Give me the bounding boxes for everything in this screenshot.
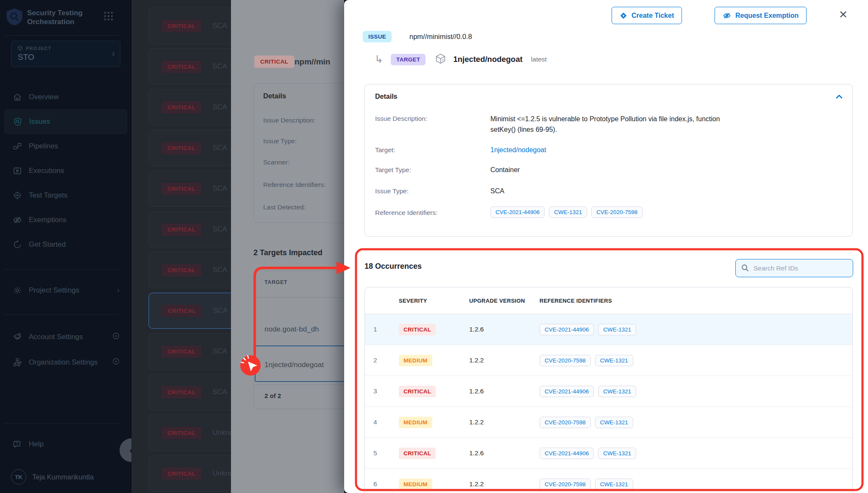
sidebar-header: Security Testing Orchestration [0,7,131,32]
row-number: 6 [373,480,399,488]
issue-badge: ISSUE [363,31,392,42]
issue-row-card: CRITICAL SCA [148,48,231,85]
field-label: Issue Description: [375,115,427,123]
field-label: Issue Description: [263,117,315,124]
module-grid-icon[interactable] [103,11,114,21]
issue-list-row[interactable]: CRITICAL SCA [131,168,231,209]
reference-id-chip[interactable]: CVE-2021-44906 [540,386,594,397]
reference-id-chip[interactable]: CVE-2021-44906 [490,206,545,218]
sidebar-item-executions[interactable]: Executions [0,159,131,183]
issue-list-row[interactable]: CRITICAL Unknown [131,412,231,453]
app-title: Security Testing Orchestration [27,8,95,27]
sidebar-item-overview[interactable]: Overview [0,85,131,109]
reference-id-chip[interactable]: CWE-1321 [549,206,587,218]
sidebar-item-label: Executions [29,167,64,175]
target-name: 1njected/nodegoat [453,55,522,64]
reference-id-chip[interactable]: CVE-2021-44906 [540,448,594,459]
occurrence-row[interactable]: 6 MEDIUM 1.2.2 CVE-2020-7598CWE-1321 [365,469,852,493]
upgrade-version-value: 1.2.2 [469,418,540,426]
issue-type-label: SCA [212,184,227,193]
issue-list-row[interactable]: CRITICAL SCA [131,87,231,128]
target-row[interactable]: 1njected/nodegoat [264,361,324,369]
reference-id-chip[interactable]: CWE-1321 [598,448,636,459]
issue-list-row[interactable]: CRITICAL SCA [131,128,231,168]
issue-list-row[interactable]: CRITICAL Unknown [131,453,231,493]
issue-type-label: SCA [212,22,227,30]
org-hierarchy-icon [13,358,22,367]
issue-list-row[interactable]: CRITICAL SCA [131,250,231,290]
issue-type-label: SCA [212,62,227,71]
target-row[interactable]: node.goat-bd_dh [264,325,319,334]
gear-icon [13,286,22,295]
project-selector[interactable]: PROJECT STO › [11,41,120,67]
issue-row-card: CRITICAL SCA [148,333,231,370]
sidebar-item-account-settings[interactable]: Account Settings [0,325,131,349]
issue-list-row[interactable]: CRITICAL SCA [131,209,231,250]
get-started-icon [13,240,22,249]
issues-list-panel: CRITICAL SCA CRITICAL SCA CRITICAL SCA [131,0,231,493]
reference-id-chip[interactable]: CVE-2020-7598 [540,479,591,490]
sidebar-item-help[interactable]: ? Help [0,432,131,457]
occurrence-row[interactable]: 2 MEDIUM 1.2.2 CVE-2020-7598CWE-1321 [365,345,852,376]
sidebar-item-label: Help [29,440,44,448]
issue-row-card: CRITICAL SCA [148,252,231,288]
target-type-value: Container [490,166,520,174]
divider [4,269,120,270]
occurrence-row[interactable]: 1 CRITICAL 1.2.6 CVE-2021-44906CWE-1321 [365,314,852,345]
issue-name: npm//minimist//0.0.8 [409,33,472,41]
target-link[interactable]: 1njected/nodegoat [490,146,546,154]
reference-id-chip[interactable]: CVE-2021-44906 [540,324,594,335]
upgrade-version-value: 1.2.6 [469,449,540,457]
issue-type-label: SCA [212,225,227,234]
issue-list-row[interactable]: CRITICAL SCA [131,331,231,372]
request-exemption-button[interactable]: Request Exemption [715,7,807,24]
search-input[interactable] [735,259,853,277]
severity-badge: CRITICAL [399,448,436,459]
severity-badge: CRITICAL [162,305,202,317]
severity-badge: CRITICAL [161,345,201,358]
target-version-tag: latest [531,56,547,63]
pipelines-icon [13,142,22,151]
reference-id-chip[interactable]: CVE-2020-7598 [540,355,591,366]
package-cube-icon [435,53,446,66]
issue-list-row[interactable]: CRITICAL SCA [131,46,231,87]
sidebar-item-organization-settings[interactable]: Organization Settings [0,350,131,375]
cube-icon [17,45,23,51]
occurrence-row[interactable]: 5 CRITICAL 1.2.6 CVE-2021-44906CWE-1321 [365,438,852,469]
upgrade-version-value: 1.2.6 [469,326,540,333]
severity-badge: CRITICAL [399,324,436,335]
reference-id-chip[interactable]: CWE-1321 [595,479,633,490]
crosshair-icon [13,191,22,200]
issue-type-label: SCA [212,347,227,356]
user-profile[interactable]: TK Teja Kummarikuntla [0,465,131,488]
occurrence-row[interactable]: 3 CRITICAL 1.2.6 CVE-2021-44906CWE-1321 [365,376,852,407]
issue-list-row[interactable]: CRITICAL SCA [131,6,231,46]
reference-chips: CVE-2020-7598CWE-1321 [540,417,852,428]
sidebar-item-pipelines[interactable]: Pipelines [0,134,131,159]
sidebar-item-get-started[interactable]: Get Started [0,232,131,257]
eye-off-icon [13,215,22,225]
close-icon[interactable]: ✕ [839,8,848,21]
issue-list-row[interactable]: CRITICAL SCA [131,372,231,412]
sidebar-item-exemptions[interactable]: Exemptions [0,208,131,232]
issue-row-card: CRITICAL SCA [148,211,231,248]
occurrence-row[interactable]: 4 MEDIUM 1.2.2 CVE-2020-7598CWE-1321 [365,407,852,438]
sidebar-item-test-targets[interactable]: Test Targets [0,183,131,208]
issue-type-label: SCA [212,103,227,111]
reference-id-chip[interactable]: CWE-1321 [595,417,633,428]
sidebar-item-project-settings[interactable]: Project Settings › [0,278,131,303]
sidebar-item-issues[interactable]: Issues [4,109,127,134]
reference-id-chip[interactable]: CVE-2020-7598 [540,417,591,428]
row-number: 1 [373,326,399,333]
create-ticket-button[interactable]: Create Ticket [612,7,682,24]
issue-list-row[interactable]: CRITICAL SCA [131,290,231,331]
reference-id-chip[interactable]: CWE-1321 [598,324,636,335]
reference-chips: CVE-2021-44906CWE-1321 [540,324,852,335]
row-number: 4 [373,418,399,426]
issue-type-label: SCA [213,306,228,315]
reference-id-chip[interactable]: CWE-1321 [598,386,636,397]
issue-header-row: ISSUE npm//minimist//0.0.8 [363,30,472,43]
reference-id-chip[interactable]: CVE-2020-7598 [591,206,643,218]
chevron-up-icon[interactable] [835,94,843,101]
reference-id-chip[interactable]: CWE-1321 [595,355,633,366]
